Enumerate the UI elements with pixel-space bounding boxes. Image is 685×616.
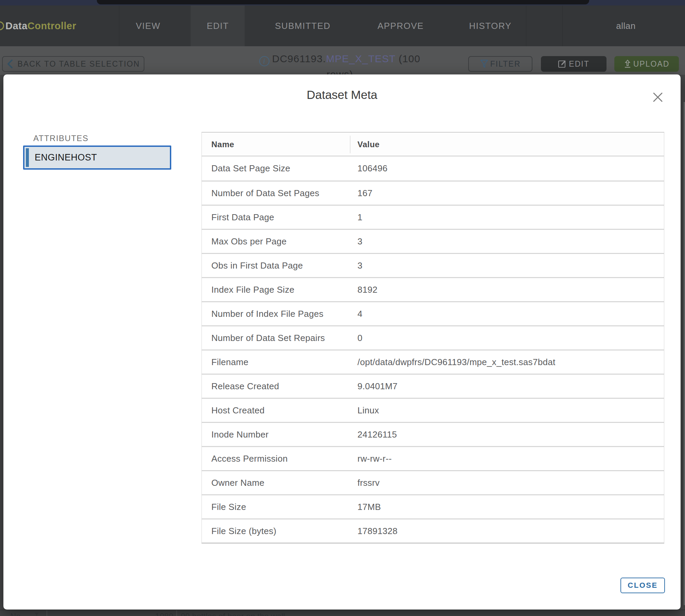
close-icon[interactable]: [652, 91, 664, 103]
upload-arrow-icon: [624, 59, 631, 68]
row-name: Index File Page Size: [202, 285, 350, 295]
table-row: First Data Page1: [202, 205, 664, 229]
nav-divider: [526, 5, 526, 46]
nav-tab-history[interactable]: HISTORY: [469, 5, 511, 46]
page-header: BACK TO TABLE SELECTION iDC961193.MPE_X_…: [0, 46, 685, 75]
table-row: Release Created9.0401M7: [202, 374, 664, 398]
navbar: DataController VIEW EDIT SUBMITTED APPRO…: [0, 5, 685, 46]
attribute-item-label: ENGINEHOST: [35, 147, 97, 168]
edit-pencil-icon: [558, 59, 567, 68]
chevron-left-icon: [6, 59, 14, 69]
edit-button[interactable]: EDIT: [541, 56, 607, 72]
attribute-item-enginehost[interactable]: ENGINEHOST: [23, 146, 171, 170]
back-button-label: BACK TO TABLE SELECTION: [17, 59, 140, 69]
grid-filter-icon: [34, 612, 39, 616]
table-row: File Size17MB: [202, 494, 664, 518]
upload-button[interactable]: UPLOAD: [614, 56, 679, 72]
row-value: 0: [350, 333, 664, 343]
row-name: File Size (bytes): [202, 526, 350, 536]
nav-divider: [119, 5, 119, 46]
row-value: 1: [350, 212, 664, 223]
row-value: Linux: [350, 405, 664, 416]
grid-cell-text: 99 bottles of beer on the wall: [181, 612, 285, 616]
table-row: Number of Data Set Pages167: [202, 181, 664, 205]
table-row: Number of Data Set Repairs0: [202, 325, 664, 349]
row-name: Release Created: [202, 381, 350, 392]
row-value: 17MB: [350, 502, 664, 512]
table-row: Index File Page Size8192: [202, 277, 664, 301]
row-name: Number of Data Set Pages: [202, 188, 350, 199]
row-name: Owner Name: [202, 478, 350, 488]
row-name: First Data Page: [202, 212, 350, 223]
app-window: DataController VIEW EDIT SUBMITTED APPRO…: [0, 0, 685, 616]
row-value: 4: [350, 309, 664, 319]
table-row: Obs in First Data Page3: [202, 253, 664, 277]
browser-top-strip: [0, 0, 685, 5]
meta-table-header: Name Value: [202, 133, 664, 156]
info-icon[interactable]: i: [259, 56, 269, 66]
background-scrollbar: [684, 102, 685, 605]
table-row: Inode Number24126115: [202, 422, 664, 446]
back-to-table-selection-button[interactable]: BACK TO TABLE SELECTION: [2, 56, 144, 72]
brand-controller: Controller: [28, 20, 76, 31]
brand-data: Data: [5, 20, 28, 31]
brand-logo-icon: [0, 21, 4, 30]
row-name: Number of Data Set Repairs: [202, 333, 350, 343]
nav-divider: [562, 5, 563, 46]
row-value: 24126115: [350, 429, 664, 440]
table-row: Access Permissionrw-rw-r--: [202, 446, 664, 470]
row-name: Host Created: [202, 405, 350, 416]
brand[interactable]: DataController: [5, 5, 76, 46]
row-value: 106496: [350, 163, 664, 174]
browser-tab-bar: [97, 0, 589, 4]
meta-table: Name Value Data Set Page Size106496 Numb…: [201, 132, 664, 544]
upload-button-label: UPLOAD: [633, 59, 670, 69]
row-value: 9.0401M7: [350, 381, 664, 392]
nav-tab-view[interactable]: VIEW: [136, 5, 160, 46]
row-name: Filename: [202, 357, 350, 367]
title-table-name: MPE_X_TEST: [326, 53, 396, 64]
nav-tab-edit[interactable]: EDIT: [207, 5, 229, 46]
row-name: Data Set Page Size: [202, 163, 350, 174]
row-value: 17891328: [350, 526, 664, 536]
nav-tab-approve[interactable]: APPROVE: [377, 5, 424, 46]
dataset-meta-modal: Dataset Meta ATTRIBUTES ENGINEHOST Name …: [3, 74, 681, 610]
row-value: /opt/data/dwpfrs/DC961193/mpe_x_test.sas…: [350, 357, 664, 367]
column-header-value: Value: [350, 133, 664, 156]
grid-col-header: No: [10, 612, 21, 616]
row-value: frssrv: [350, 478, 664, 488]
table-row: Host CreatedLinux: [202, 398, 664, 422]
close-button[interactable]: CLOSE: [620, 578, 665, 593]
column-divider: [350, 136, 350, 153]
row-value: 8192: [350, 285, 664, 295]
row-value: 167: [350, 188, 664, 199]
row-name: Number of Index File Pages: [202, 309, 350, 319]
row-value: 3: [350, 260, 664, 271]
grid-divider: [176, 610, 177, 616]
user-menu[interactable]: allan: [616, 5, 635, 46]
row-value: rw-rw-r--: [350, 454, 664, 464]
table-row: Number of Index File Pages4: [202, 301, 664, 325]
table-row: File Size (bytes)17891328: [202, 518, 664, 543]
edit-button-label: EDIT: [569, 59, 589, 69]
row-name: File Size: [202, 502, 350, 512]
row-name: Obs in First Data Page: [202, 260, 350, 271]
selection-accent-bar: [26, 148, 29, 167]
table-row: Data Set Page Size106496: [202, 156, 664, 181]
background-grid-fragment: No 1080 99 bottles of beer on the wall: [0, 610, 685, 616]
row-value: 3: [350, 236, 664, 247]
filter-button-label: FILTER: [490, 59, 521, 69]
row-name: Access Permission: [202, 454, 350, 464]
column-header-name: Name: [202, 133, 350, 156]
modal-title: Dataset Meta: [3, 88, 681, 102]
row-name: Max Obs per Page: [202, 236, 350, 247]
title-libref: DC961193.: [272, 53, 326, 64]
table-row: Max Obs per Page3: [202, 229, 664, 253]
grid-cell-number: 1080: [143, 612, 173, 616]
table-row: Filename/opt/data/dwpfrs/DC961193/mpe_x_…: [202, 349, 664, 374]
nav-tab-submitted[interactable]: SUBMITTED: [275, 5, 331, 46]
filter-funnel-icon: [480, 59, 488, 68]
filter-button[interactable]: FILTER: [468, 56, 532, 72]
row-name: Inode Number: [202, 429, 350, 440]
attributes-label: ATTRIBUTES: [33, 134, 89, 143]
